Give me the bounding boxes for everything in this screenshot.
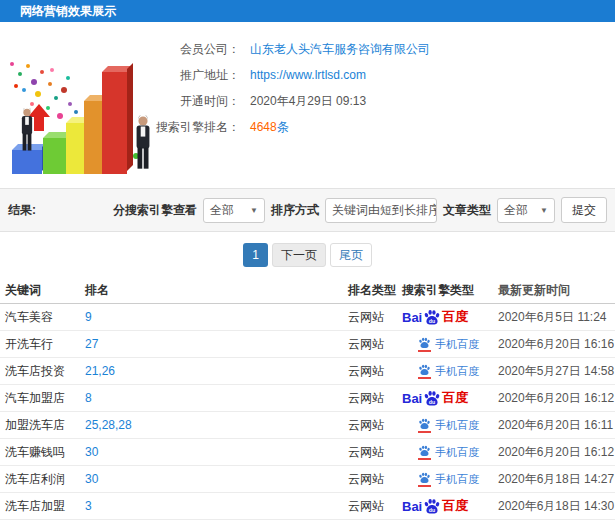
baidu-pc-logo-icon: Bai du 百度	[402, 497, 468, 515]
member-company-label: 会员公司：	[0, 41, 240, 58]
open-time-label: 开通时间：	[0, 93, 240, 110]
info-section: 会员公司： 山东老人头汽车服务咨询有限公司 推广地址： https://www.…	[0, 22, 615, 188]
updated-time-cell: 2020年6月20日 16:16	[498, 336, 615, 353]
page-title: 网络营销效果展示	[20, 3, 116, 20]
engine-rank-label: 搜索引擎排名：	[0, 119, 240, 136]
svg-text:du: du	[429, 506, 435, 512]
mobile-baidu-icon: 手机百度	[418, 472, 479, 487]
rank-type-cell: 云网站	[345, 417, 402, 434]
svg-text:du: du	[429, 398, 435, 404]
table-row: 加盟洗车店 25,28,28 云网站 手机百度 2020年6月20日 16:11	[0, 412, 615, 439]
result-label: 结果:	[8, 202, 36, 219]
keyword-cell: 洗车店加盟	[0, 498, 85, 515]
engine-filter-select[interactable]: 全部 ▼	[203, 198, 265, 223]
company-info: 会员公司： 山东老人头汽车服务咨询有限公司 推广地址： https://www.…	[0, 36, 615, 140]
member-company-link[interactable]: 山东老人头汽车服务咨询有限公司	[250, 41, 430, 58]
header-updated: 最新更新时间	[498, 282, 615, 299]
engine-rank-count: 4648条	[250, 119, 289, 136]
sort-filter-select[interactable]: 关键词由短到长排序 ▼	[325, 198, 437, 223]
updated-time-cell: 2020年6月20日 16:12	[498, 444, 615, 461]
baidu-pc-logo-icon: Bai du 百度	[402, 389, 468, 407]
keyword-cell: 洗车赚钱吗	[0, 444, 85, 461]
chevron-down-icon: ▼	[540, 206, 548, 215]
table-row: 汽车加盟店 8 云网站 Bai du 百度 2020年6月20日 16:12	[0, 385, 615, 412]
header-rank: 排名	[85, 282, 345, 299]
article-type-select[interactable]: 全部 ▼	[497, 198, 555, 223]
engine-cell: 手机百度	[402, 445, 498, 460]
svg-text:du: du	[429, 317, 435, 323]
rank-type-cell: 云网站	[345, 444, 402, 461]
mobile-baidu-icon: 手机百度	[418, 445, 479, 460]
rank-cell: 25,28,28	[85, 418, 345, 432]
info-row-rank-count: 搜索引擎排名： 4648条	[0, 114, 615, 140]
rank-cell: 30	[85, 472, 345, 486]
rank-cell: 27	[85, 337, 345, 351]
rank-link[interactable]: 8	[85, 391, 92, 405]
updated-time-cell: 2020年6月20日 16:11	[498, 417, 615, 434]
rank-count-number: 4648	[250, 120, 277, 134]
rank-link[interactable]: 9	[85, 310, 92, 324]
page-1-button[interactable]: 1	[243, 243, 268, 267]
sort-filter-label: 排序方式	[271, 202, 319, 219]
keyword-cell: 汽车美容	[0, 309, 85, 326]
keyword-rank-table: 关键词 排名 排名类型 搜索引擎类型 最新更新时间 汽车美容 9 云网站 Bai…	[0, 278, 615, 520]
updated-time-cell: 2020年5月27日 14:58	[498, 363, 615, 380]
rank-count-unit: 条	[277, 120, 289, 134]
table-row: 汽车美容 9 云网站 Bai du 百度 2020年6月5日 11:24	[0, 304, 615, 331]
table-header-row: 关键词 排名 排名类型 搜索引擎类型 最新更新时间	[0, 278, 615, 304]
rank-link[interactable]: 25,28,28	[85, 418, 132, 432]
engine-cell: Bai du 百度	[402, 389, 498, 407]
table-body: 汽车美容 9 云网站 Bai du 百度 2020年6月5日 11:24 开洗车…	[0, 304, 615, 520]
table-row: 洗车店利润 30 云网站 手机百度 2020年6月18日 14:27	[0, 466, 615, 493]
rank-type-cell: 云网站	[345, 309, 402, 326]
article-type-label: 文章类型	[443, 202, 491, 219]
promo-url-link[interactable]: https://www.lrtlsd.com	[250, 68, 366, 82]
rank-link[interactable]: 3	[85, 499, 92, 513]
engine-cell: 手机百度	[402, 337, 498, 352]
rank-cell: 9	[85, 310, 345, 324]
rank-cell: 3	[85, 499, 345, 513]
rank-link[interactable]: 30	[85, 472, 98, 486]
info-row-url: 推广地址： https://www.lrtlsd.com	[0, 62, 615, 88]
submit-button[interactable]: 提交	[561, 197, 607, 223]
sort-filter-value: 关键词由短到长排序	[332, 202, 437, 219]
rank-link[interactable]: 27	[85, 337, 98, 351]
bar-green	[43, 138, 68, 174]
article-type-value: 全部	[504, 202, 528, 219]
keyword-cell: 开洗车行	[0, 336, 85, 353]
rank-cell: 30	[85, 445, 345, 459]
keyword-cell: 汽车加盟店	[0, 390, 85, 407]
baidu-pc-logo-icon: Bai du 百度	[402, 308, 468, 326]
chevron-down-icon: ▼	[250, 206, 258, 215]
bar-blue	[12, 150, 42, 174]
mobile-baidu-icon: 手机百度	[418, 337, 479, 352]
info-row-member: 会员公司： 山东老人头汽车服务咨询有限公司	[0, 36, 615, 62]
filter-bar: 结果: 分搜索引擎查看 全部 ▼ 排序方式 关键词由短到长排序 ▼ 文章类型 全…	[0, 188, 615, 232]
table-row: 洗车店投资 21,26 云网站 手机百度 2020年5月27日 14:58	[0, 358, 615, 385]
rank-link[interactable]: 30	[85, 445, 98, 459]
header-keyword: 关键词	[0, 282, 85, 299]
last-page-button[interactable]: 尾页	[330, 243, 372, 267]
filter-group: 分搜索引擎查看 全部 ▼ 排序方式 关键词由短到长排序 ▼ 文章类型 全部 ▼ …	[113, 197, 607, 223]
header-engine-type: 搜索引擎类型	[402, 282, 498, 299]
promo-url-label: 推广地址：	[0, 67, 240, 84]
rank-type-cell: 云网站	[345, 390, 402, 407]
rank-type-cell: 云网站	[345, 498, 402, 515]
header-rank-type: 排名类型	[345, 282, 402, 299]
mobile-baidu-icon: 手机百度	[418, 418, 479, 433]
engine-filter-value: 全部	[210, 202, 234, 219]
mobile-baidu-icon: 手机百度	[418, 364, 479, 379]
open-time-value: 2020年4月29日 09:13	[250, 93, 366, 110]
table-row: 开洗车行 27 云网站 手机百度 2020年6月20日 16:16	[0, 331, 615, 358]
engine-cell: 手机百度	[402, 472, 498, 487]
updated-time-cell: 2020年6月5日 11:24	[498, 309, 615, 326]
rank-cell: 21,26	[85, 364, 345, 378]
rank-type-cell: 云网站	[345, 363, 402, 380]
table-row: 洗车店加盟 3 云网站 Bai du 百度 2020年6月18日 14:30	[0, 493, 615, 520]
engine-cell: 手机百度	[402, 418, 498, 433]
next-page-button[interactable]: 下一页	[272, 243, 326, 267]
keyword-cell: 加盟洗车店	[0, 417, 85, 434]
rank-link[interactable]: 21,26	[85, 364, 115, 378]
info-row-open-time: 开通时间： 2020年4月29日 09:13	[0, 88, 615, 114]
updated-time-cell: 2020年6月18日 14:30	[498, 498, 615, 515]
